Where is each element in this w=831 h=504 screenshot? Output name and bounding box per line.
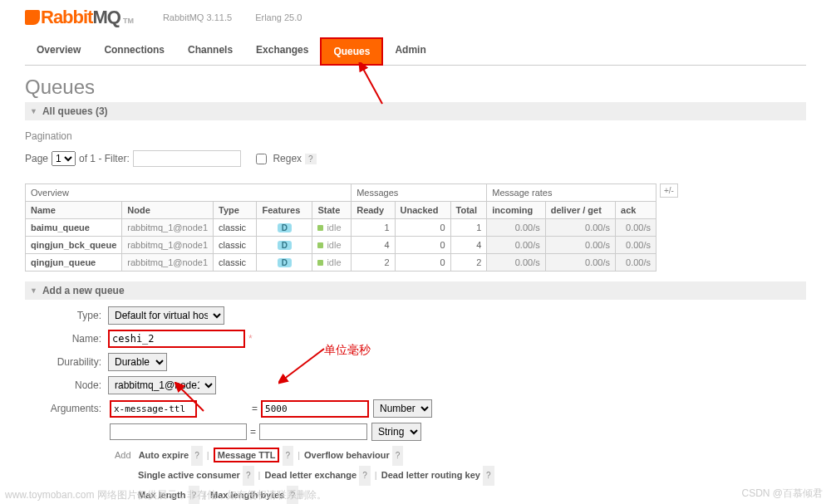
tab-queues[interactable]: Queues bbox=[320, 37, 383, 66]
th-deliver[interactable]: deliver / get bbox=[545, 202, 615, 219]
arg-key-input-2[interactable] bbox=[110, 423, 247, 440]
opt-auto-expire[interactable]: Auto expire bbox=[139, 450, 189, 460]
trademark: TM bbox=[123, 17, 134, 25]
required-star: * bbox=[248, 333, 253, 345]
type-label: Type: bbox=[25, 310, 108, 321]
all-queues-label: All queues (3) bbox=[42, 105, 108, 117]
th-name[interactable]: Name bbox=[26, 202, 122, 219]
node-label: Node: bbox=[25, 379, 108, 391]
pagination-controls: Page 1 of 1 - Filter: Regex ? bbox=[25, 150, 806, 167]
tab-exchanges[interactable]: Exchanges bbox=[244, 37, 320, 66]
th-state[interactable]: State bbox=[312, 202, 352, 219]
page-select[interactable]: 1 bbox=[52, 151, 76, 166]
opt-overflow[interactable]: Overflow behaviour bbox=[304, 450, 390, 460]
thg-overview: Overview bbox=[26, 184, 352, 202]
brand-text-orange: Rabbit bbox=[41, 7, 92, 28]
tab-overview[interactable]: Overview bbox=[25, 37, 92, 66]
th-node[interactable]: Node bbox=[122, 202, 214, 219]
thg-messages: Messages bbox=[352, 184, 487, 202]
state-icon bbox=[317, 225, 323, 231]
opt-message-ttl[interactable]: Message TTL bbox=[214, 448, 280, 462]
type-select[interactable]: Default for virtual host bbox=[108, 306, 224, 325]
queues-table: Overview Messages Message rates Name Nod… bbox=[25, 183, 656, 272]
arg-type-select[interactable]: Number bbox=[373, 399, 432, 418]
durable-badge: D bbox=[278, 258, 292, 267]
all-queues-toggle[interactable]: ▼ All queues (3) bbox=[25, 102, 806, 120]
logo: Rabbit MQ TM bbox=[25, 7, 134, 28]
version-info: RabbitMQ 3.11.5 Erlang 25.0 bbox=[163, 12, 322, 22]
opt-single-consumer[interactable]: Single active consumer bbox=[138, 470, 240, 480]
watermark-right: CSDN @百慕倾君 bbox=[741, 487, 823, 501]
regex-checkbox[interactable] bbox=[256, 154, 267, 164]
queue-link[interactable]: baimu_queue bbox=[31, 223, 90, 232]
thg-rates: Message rates bbox=[487, 184, 656, 202]
columns-toggle[interactable]: +/- bbox=[660, 183, 678, 198]
durable-badge: D bbox=[278, 241, 292, 250]
tab-connections[interactable]: Connections bbox=[92, 37, 176, 66]
state-icon bbox=[317, 242, 323, 248]
help-icon[interactable]: ? bbox=[243, 466, 254, 486]
pagination-label: Pagination bbox=[25, 130, 806, 142]
state-icon bbox=[317, 260, 323, 266]
name-input[interactable] bbox=[108, 330, 245, 348]
rabbitmq-version: RabbitMQ 3.11.5 bbox=[163, 12, 232, 22]
durable-badge: D bbox=[278, 223, 292, 232]
arguments-label: Arguments: bbox=[25, 403, 108, 414]
th-ready[interactable]: Ready bbox=[352, 202, 395, 219]
name-label: Name: bbox=[25, 333, 108, 345]
brand-text-gray: MQ bbox=[92, 7, 120, 28]
tab-admin[interactable]: Admin bbox=[383, 37, 437, 66]
erlang-version: Erlang 25.0 bbox=[255, 12, 302, 22]
arg-value-input[interactable] bbox=[261, 400, 369, 418]
th-unacked[interactable]: Unacked bbox=[395, 202, 450, 219]
regex-label: Regex bbox=[273, 153, 302, 164]
help-icon[interactable]: ? bbox=[483, 466, 494, 486]
table-row: baimu_queue rabbitmq_1@node1 classic D i… bbox=[26, 219, 656, 237]
add-queue-label: Add a new queue bbox=[42, 285, 125, 296]
th-type[interactable]: Type bbox=[214, 202, 257, 219]
regex-help-icon[interactable]: ? bbox=[305, 154, 317, 164]
arg-key-input[interactable] bbox=[110, 400, 197, 418]
arg-value-input-2[interactable] bbox=[259, 423, 367, 440]
add-queue-toggle[interactable]: ▼ Add a new queue bbox=[25, 281, 806, 300]
durability-select[interactable]: Durable bbox=[108, 353, 167, 371]
help-icon[interactable]: ? bbox=[359, 466, 371, 486]
watermark-left: www.toymoban.com 网络图片仅供展示，非存储，如有侵权请联系删除。 bbox=[5, 488, 327, 502]
chevron-down-icon: ▼ bbox=[30, 286, 37, 295]
th-incoming[interactable]: incoming bbox=[487, 202, 545, 219]
chevron-down-icon: ▼ bbox=[30, 107, 37, 115]
equals-sign: = bbox=[252, 403, 258, 414]
table-row: qingjun_queue rabbitmq_1@node1 classic D… bbox=[26, 254, 656, 272]
filter-input[interactable] bbox=[133, 150, 241, 167]
help-icon[interactable]: ? bbox=[283, 446, 294, 466]
main-tabs: Overview Connections Channels Exchanges … bbox=[25, 37, 806, 66]
th-ack[interactable]: ack bbox=[616, 202, 656, 219]
page-title: Queues bbox=[25, 76, 806, 99]
of-filter-label: of 1 - Filter: bbox=[79, 153, 130, 164]
queue-link[interactable]: qingjun_queue bbox=[31, 257, 96, 267]
equals-sign: = bbox=[250, 426, 256, 438]
page-label: Page bbox=[25, 153, 48, 164]
opt-dlrk[interactable]: Dead letter routing key bbox=[381, 470, 480, 480]
header: Rabbit MQ TM RabbitMQ 3.11.5 Erlang 25.0 bbox=[25, 0, 806, 28]
add-label: Add bbox=[115, 450, 131, 460]
rabbit-icon bbox=[25, 10, 40, 25]
node-select[interactable]: rabbitmq_1@node1 bbox=[108, 376, 216, 394]
help-icon[interactable]: ? bbox=[191, 446, 203, 466]
queue-link[interactable]: qingjun_bck_queue bbox=[31, 240, 116, 250]
arg-type-select-2[interactable]: String bbox=[371, 423, 421, 441]
help-icon[interactable]: ? bbox=[392, 446, 404, 466]
durability-label: Durability: bbox=[25, 356, 108, 368]
opt-dlx[interactable]: Dead letter exchange bbox=[265, 470, 357, 480]
th-features[interactable]: Features bbox=[257, 202, 312, 219]
table-row: qingjun_bck_queue rabbitmq_1@node1 class… bbox=[26, 237, 656, 254]
th-total[interactable]: Total bbox=[450, 202, 487, 219]
tab-channels[interactable]: Channels bbox=[176, 37, 244, 66]
